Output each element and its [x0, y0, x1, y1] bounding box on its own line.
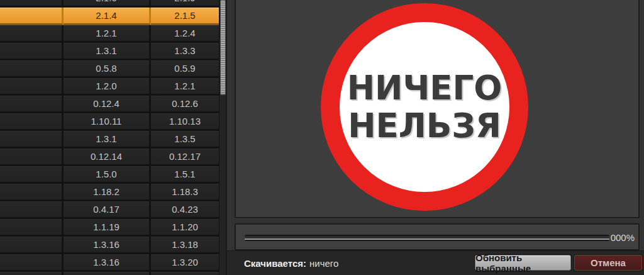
row-name-cell — [0, 166, 64, 184]
available-version-cell: 1.3.20 — [151, 254, 219, 272]
table-row[interactable]: 1.3.11.3.5 — [0, 131, 219, 149]
table-row[interactable]: 1.2.11.2.4 — [0, 25, 219, 43]
installed-version-cell: 0.12.4 — [64, 96, 151, 113]
version-table-rows: 2.1.62.1.92.1.42.1.51.2.11.2.41.3.11.3.3… — [0, 0, 219, 275]
row-name-cell — [0, 131, 64, 149]
available-version-cell: 1.3.3 — [151, 43, 219, 60]
available-version-cell: 1.2.4 — [151, 25, 219, 43]
row-name-cell — [0, 149, 64, 166]
installed-version-cell: 1.5.0 — [64, 166, 151, 184]
table-row[interactable]: 0.12.140.12.17 — [0, 149, 219, 166]
update-selected-button[interactable]: Обновить выбранные — [475, 255, 571, 271]
available-version-cell: 1.18.3 — [151, 184, 219, 201]
available-version-cell: 1.1.20 — [151, 219, 219, 237]
available-version-cell: 1.3.18 — [151, 237, 219, 254]
table-row[interactable] — [0, 272, 219, 275]
installed-version-cell: 1.3.1 — [64, 43, 151, 60]
row-name-cell — [0, 43, 64, 60]
available-version-cell: 1.5.1 — [151, 166, 219, 184]
table-row[interactable]: 1.2.01.2.1 — [0, 78, 219, 96]
scrollbar-thumb[interactable] — [220, 0, 226, 95]
bottom-action-bar: Скачивается: ничего Обновить выбранные О… — [227, 250, 644, 275]
download-progress-panel: 000% — [235, 223, 640, 250]
mod-version-table: 2.1.62.1.92.1.42.1.51.2.11.2.41.3.11.3.3… — [0, 0, 219, 275]
row-name-cell — [0, 96, 64, 113]
progress-percent-label: 000% — [611, 232, 635, 243]
row-name-cell — [0, 219, 64, 237]
table-row[interactable]: 1.3.161.3.20 — [0, 254, 219, 272]
table-row[interactable]: 1.1.191.1.20 — [0, 219, 219, 237]
installed-version-cell: 1.10.11 — [64, 113, 151, 131]
row-name-cell — [0, 184, 64, 201]
installed-version-cell: 1.2.1 — [64, 25, 151, 43]
installed-version-cell: 2.1.6 — [64, 0, 151, 8]
available-version-cell: 0.12.6 — [151, 96, 219, 113]
available-version-cell: 2.1.5 — [151, 8, 219, 25]
installed-version-cell: 0.12.14 — [64, 149, 151, 166]
available-version-cell: 0.5.9 — [151, 60, 219, 78]
download-status-text: Скачивается: ничего — [244, 251, 338, 275]
row-name-cell — [0, 237, 64, 254]
installed-version-cell — [64, 272, 151, 275]
download-progress-bar — [245, 235, 609, 241]
table-row[interactable]: 1.3.11.3.3 — [0, 43, 219, 60]
available-version-cell: 2.1.9 — [151, 0, 219, 8]
installed-version-cell: 1.1.19 — [64, 219, 151, 237]
installed-version-cell: 0.5.8 — [64, 60, 151, 78]
installed-version-cell: 1.3.1 — [64, 131, 151, 149]
row-name-cell — [0, 201, 64, 219]
table-row[interactable]: 0.12.40.12.6 — [0, 96, 219, 113]
installed-version-cell: 0.4.17 — [64, 201, 151, 219]
table-row[interactable]: 0.5.80.5.9 — [0, 60, 219, 78]
available-version-cell — [151, 272, 219, 275]
vertical-scrollbar[interactable] — [219, 0, 227, 275]
installed-version-cell: 1.18.2 — [64, 184, 151, 201]
installed-version-cell: 1.3.16 — [64, 254, 151, 272]
preview-image-panel: НИЧЕГО НЕЛЬЗЯ — [235, 0, 640, 218]
row-name-cell — [0, 8, 64, 25]
table-row[interactable]: 2.1.62.1.9 — [0, 0, 219, 8]
table-row[interactable]: 1.3.161.3.18 — [0, 237, 219, 254]
sign-text-line2: НЕЛЬЗЯ — [348, 107, 501, 145]
installed-version-cell: 1.2.0 — [64, 78, 151, 96]
row-name-cell — [0, 272, 64, 275]
table-row[interactable]: 1.10.111.10.13 — [0, 113, 219, 131]
available-version-cell: 1.3.5 — [151, 131, 219, 149]
available-version-cell: 0.4.23 — [151, 201, 219, 219]
sign-text-line1: НИЧЕГО — [347, 69, 502, 107]
download-status-value: ничего — [309, 258, 338, 269]
table-row[interactable]: 2.1.42.1.5 — [0, 8, 219, 25]
cancel-button[interactable]: Отмена — [574, 255, 642, 271]
table-row[interactable]: 1.5.01.5.1 — [0, 166, 219, 184]
row-name-cell — [0, 60, 64, 78]
row-name-cell — [0, 113, 64, 131]
installed-version-cell: 2.1.4 — [64, 8, 151, 25]
row-name-cell — [0, 254, 64, 272]
available-version-cell: 1.2.1 — [151, 78, 219, 96]
row-name-cell — [0, 0, 64, 8]
installed-version-cell: 1.3.16 — [64, 237, 151, 254]
available-version-cell: 1.10.13 — [151, 113, 219, 131]
table-row[interactable]: 0.4.170.4.23 — [0, 201, 219, 219]
row-name-cell — [0, 78, 64, 96]
available-version-cell: 0.12.17 — [151, 149, 219, 166]
table-row[interactable]: 1.18.21.18.3 — [0, 184, 219, 201]
prohibition-sign-image: НИЧЕГО НЕЛЬЗЯ — [321, 3, 528, 211]
mod-update-dialog: 2.1.62.1.92.1.42.1.51.2.11.2.41.3.11.3.3… — [0, 0, 644, 275]
download-status-label: Скачивается: — [244, 258, 306, 269]
row-name-cell — [0, 25, 64, 43]
